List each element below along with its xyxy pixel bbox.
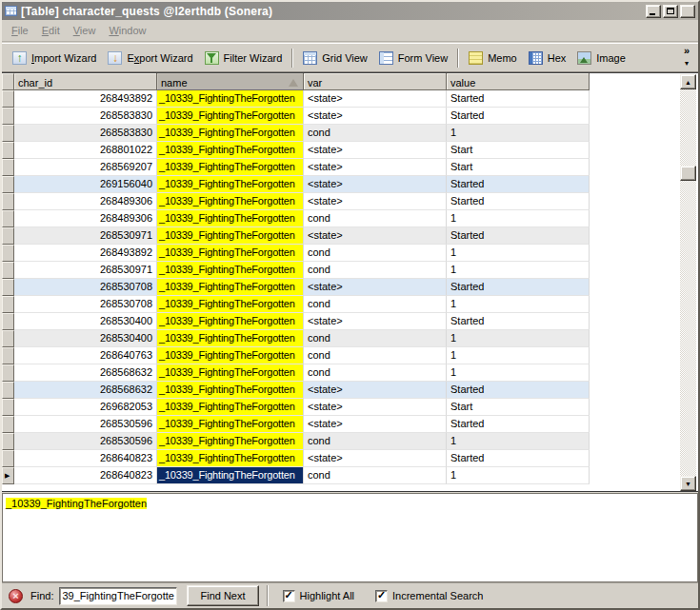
cell-name[interactable]: _10339_FightingTheForgotten xyxy=(157,279,304,296)
table-row[interactable]: 268569207_10339_FightingTheForgotten<sta… xyxy=(2,159,698,176)
cell-value[interactable]: Started xyxy=(447,108,590,125)
cell-value[interactable]: Started xyxy=(447,382,590,399)
form-view-button[interactable]: Form View xyxy=(373,49,453,68)
table-row[interactable]: 268640823_10339_FightingTheForgottencond… xyxy=(2,467,698,484)
cell-name[interactable]: _10339_FightingTheForgotten xyxy=(157,210,304,227)
column-header-name[interactable]: name xyxy=(157,73,304,90)
cell-name[interactable]: _10339_FightingTheForgotten xyxy=(157,159,304,176)
minimize-button[interactable] xyxy=(646,5,661,18)
cell-name[interactable]: _10339_FightingTheForgotten xyxy=(157,450,304,467)
filter-wizard-button[interactable]: Filter Wizard xyxy=(199,49,289,68)
cell-var[interactable]: <state> xyxy=(304,279,447,296)
export-wizard-button[interactable]: Export Wizard xyxy=(102,49,198,68)
cell-var[interactable]: <state> xyxy=(304,90,447,108)
table-row[interactable]: 268640823_10339_FightingTheForgotten<sta… xyxy=(2,450,698,467)
cell-var[interactable]: cond xyxy=(304,364,447,382)
row-selector[interactable] xyxy=(2,313,14,330)
cell-value[interactable]: Start xyxy=(447,159,590,176)
table-row[interactable]: 268568632_10339_FightingTheForgotten<sta… xyxy=(2,382,698,399)
grid-view-button[interactable]: Grid View xyxy=(297,49,372,68)
menu-item-edit[interactable]: Edit xyxy=(35,23,67,38)
cell-char-id[interactable]: 268530596 xyxy=(14,433,157,450)
cell-char-id[interactable]: 268583830 xyxy=(14,125,157,142)
cell-value[interactable]: 1 xyxy=(447,125,590,142)
row-selector[interactable] xyxy=(2,416,14,433)
cell-value[interactable]: Start xyxy=(447,399,590,416)
cell-char-id[interactable]: 268530708 xyxy=(14,279,157,296)
row-selector[interactable] xyxy=(2,364,14,382)
row-selector-header[interactable] xyxy=(2,73,14,90)
incremental-search-checkbox[interactable]: Incremental Search xyxy=(375,590,483,602)
cell-name[interactable]: _10339_FightingTheForgotten xyxy=(157,90,304,108)
row-selector[interactable] xyxy=(2,125,14,142)
row-selector[interactable] xyxy=(2,193,14,210)
cell-var[interactable]: <state> xyxy=(304,313,447,330)
row-selector[interactable] xyxy=(2,90,14,108)
column-header-value[interactable]: value xyxy=(447,73,590,90)
row-selector[interactable] xyxy=(2,450,14,467)
cell-char-id[interactable]: 268530400 xyxy=(14,330,157,347)
cell-char-id[interactable]: 269682053 xyxy=(14,399,157,416)
menu-item-view[interactable]: View xyxy=(67,23,103,38)
row-selector[interactable] xyxy=(2,262,14,279)
cell-value[interactable]: Started xyxy=(447,193,590,210)
cell-char-id[interactable]: 268640823 xyxy=(14,450,157,467)
cell-char-id[interactable]: 268568632 xyxy=(14,382,157,399)
row-selector[interactable] xyxy=(2,382,14,399)
cell-value[interactable]: 1 xyxy=(447,210,590,227)
scrollbar-thumb[interactable] xyxy=(680,166,696,181)
cell-var[interactable]: <state> xyxy=(304,193,447,210)
cell-name[interactable]: _10339_FightingTheForgotten xyxy=(157,347,304,364)
cell-char-id[interactable]: 268568632 xyxy=(14,364,157,382)
table-row[interactable]: 269156040_10339_FightingTheForgotten<sta… xyxy=(2,176,698,193)
table-row[interactable]: 268530596_10339_FightingTheForgottencond… xyxy=(2,433,698,450)
row-selector[interactable] xyxy=(2,296,14,313)
table-row[interactable]: 268530708_10339_FightingTheForgottencond… xyxy=(2,296,698,313)
table-row[interactable]: 268583830_10339_FightingTheForgotten<sta… xyxy=(2,108,698,125)
find-close-button[interactable] xyxy=(9,589,23,603)
table-row[interactable]: 268530400_10339_FightingTheForgotten<sta… xyxy=(2,313,698,330)
cell-char-id[interactable]: 268530708 xyxy=(14,296,157,313)
cell-var[interactable]: <state> xyxy=(304,176,447,193)
toolbar-overflow-button[interactable]: » ▾ xyxy=(680,46,693,69)
cell-value[interactable]: Started xyxy=(447,176,590,193)
cell-char-id[interactable]: 268530971 xyxy=(14,227,157,245)
table-row[interactable]: 268530596_10339_FightingTheForgotten<sta… xyxy=(2,416,698,433)
table-row[interactable]: 269682053_10339_FightingTheForgotten<sta… xyxy=(2,399,698,416)
row-selector[interactable] xyxy=(2,399,14,416)
cell-name[interactable]: _10339_FightingTheForgotten xyxy=(157,330,304,347)
memo-button[interactable]: Memo xyxy=(463,49,523,68)
checkbox-checked-icon[interactable] xyxy=(375,590,388,602)
cell-var[interactable]: cond xyxy=(304,245,447,262)
cell-value[interactable]: 1 xyxy=(447,433,590,450)
table-row[interactable]: 268493892_10339_FightingTheForgotten<sta… xyxy=(2,90,698,108)
table-row[interactable]: 268583830_10339_FightingTheForgottencond… xyxy=(2,125,698,142)
find-next-button[interactable]: Find Next xyxy=(187,585,258,606)
cell-name[interactable]: _10339_FightingTheForgotten xyxy=(157,193,304,210)
cell-value[interactable]: Started xyxy=(447,90,590,108)
import-wizard-button[interactable]: Import Wizard xyxy=(7,49,102,68)
table-row[interactable]: 268530400_10339_FightingTheForgottencond… xyxy=(2,330,698,347)
cell-var[interactable]: cond xyxy=(304,210,447,227)
cell-char-id[interactable]: 268640823 xyxy=(14,467,157,484)
cell-char-id[interactable]: 268583830 xyxy=(14,108,157,125)
table-row[interactable]: 268530971_10339_FightingTheForgotten<sta… xyxy=(2,227,698,245)
table-row[interactable]: 268801022_10339_FightingTheForgotten<sta… xyxy=(2,142,698,159)
cell-name[interactable]: _10339_FightingTheForgotten xyxy=(157,296,304,313)
cell-var[interactable]: <state> xyxy=(304,399,447,416)
cell-var[interactable]: cond xyxy=(304,125,447,142)
cell-char-id[interactable]: 268493892 xyxy=(14,90,157,108)
row-selector[interactable] xyxy=(2,210,14,227)
cell-value[interactable]: 1 xyxy=(447,364,590,382)
row-selector[interactable] xyxy=(2,433,14,450)
cell-var[interactable]: <state> xyxy=(304,142,447,159)
scroll-up-button[interactable]: ▲ xyxy=(680,74,696,89)
row-selector[interactable] xyxy=(2,108,14,125)
table-row[interactable]: 268530708_10339_FightingTheForgotten<sta… xyxy=(2,279,698,296)
cell-value[interactable]: Started xyxy=(447,313,590,330)
cell-var[interactable]: cond xyxy=(304,467,447,484)
cell-name[interactable]: _10339_FightingTheForgotten xyxy=(157,467,304,484)
cell-var[interactable]: <state> xyxy=(304,416,447,433)
cell-name[interactable]: _10339_FightingTheForgotten xyxy=(157,313,304,330)
menu-item-window[interactable]: Window xyxy=(102,23,152,38)
